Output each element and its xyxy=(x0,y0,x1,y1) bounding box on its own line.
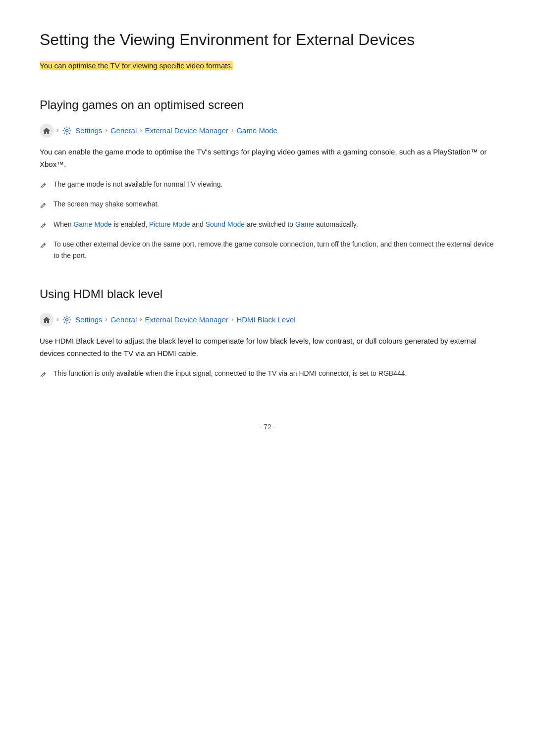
nav-settings-label[interactable]: Settings xyxy=(75,125,102,137)
section1-body: You can enable the game mode to optimise… xyxy=(40,146,495,171)
section1-bullet-list: The game mode is not available for norma… xyxy=(40,179,495,261)
nav-game-mode-label[interactable]: Game Mode xyxy=(236,125,277,137)
nav-external-device-manager-label-2[interactable]: External Device Manager xyxy=(145,314,228,326)
section2-body: Use HDMI Black Level to adjust the black… xyxy=(40,335,495,360)
bullet-text-1: The game mode is not available for norma… xyxy=(54,179,222,190)
pencil-icon-3 xyxy=(40,220,47,233)
inline-picture-mode: Picture Mode xyxy=(149,220,190,228)
pencil-icon-4 xyxy=(40,240,47,253)
svg-point-1 xyxy=(66,318,68,321)
settings-icon-2 xyxy=(61,314,72,325)
pencil-icon-1 xyxy=(40,180,47,193)
chevron-icon-6: › xyxy=(106,314,107,325)
subtitle-highlight: You can optimise the TV for viewing spec… xyxy=(40,61,233,70)
nav-general-label[interactable]: General xyxy=(110,125,137,137)
chevron-icon-1: › xyxy=(56,125,58,136)
section2-nav-path: › Settings › General › External Device M… xyxy=(40,313,495,327)
svg-point-0 xyxy=(66,129,68,132)
bullet-text-4: To use other external device on the same… xyxy=(54,239,495,261)
bullet-text-3: When Game Mode is enabled, Picture Mode … xyxy=(54,219,358,230)
bullet-text-2: The screen may shake somewhat. xyxy=(54,199,159,209)
section2-bullet-text-1: This function is only available when the… xyxy=(54,368,407,379)
page-number: - 72 - xyxy=(40,421,495,432)
chevron-icon-3: › xyxy=(140,125,142,136)
page-title: Setting the Viewing Environment for Exte… xyxy=(40,30,495,50)
bullet-item-1: The game mode is not available for norma… xyxy=(40,179,495,193)
chevron-icon-8: › xyxy=(231,314,233,325)
nav-hdmi-black-level-label[interactable]: HDMI Black Level xyxy=(236,314,295,326)
settings-icon-1 xyxy=(61,125,72,136)
section2-title: Using HDMI black level xyxy=(40,285,495,303)
nav-settings-label-2[interactable]: Settings xyxy=(75,314,102,326)
pencil-icon-5 xyxy=(40,369,47,382)
chevron-icon-2: › xyxy=(106,125,107,136)
inline-game-mode: Game Mode xyxy=(73,220,111,228)
section2-bullet-list: This function is only available when the… xyxy=(40,368,495,382)
home-icon xyxy=(40,124,54,138)
inline-sound-mode: Sound Mode xyxy=(206,220,245,228)
pencil-icon-2 xyxy=(40,200,47,213)
home-icon-2 xyxy=(40,313,54,327)
bullet-item-2: The screen may shake somewhat. xyxy=(40,199,495,213)
nav-external-device-manager-label-1[interactable]: External Device Manager xyxy=(145,125,228,137)
section2-bullet-item-1: This function is only available when the… xyxy=(40,368,495,382)
nav-general-label-2[interactable]: General xyxy=(110,314,137,326)
inline-game: Game xyxy=(295,220,314,228)
page-subtitle: You can optimise the TV for viewing spec… xyxy=(40,59,495,72)
section1-nav-path: › Settings › General › External Device M… xyxy=(40,124,495,138)
chevron-icon-7: › xyxy=(140,314,142,325)
section1-title: Playing games on an optimised screen xyxy=(40,96,495,114)
chevron-icon-4: › xyxy=(231,125,233,136)
section-playing-games: Playing games on an optimised screen › S… xyxy=(40,96,495,261)
chevron-icon-5: › xyxy=(56,314,58,325)
section-hdmi-black-level: Using HDMI black level › Settings › Gene… xyxy=(40,285,495,382)
bullet-item-3: When Game Mode is enabled, Picture Mode … xyxy=(40,219,495,233)
bullet-item-4: To use other external device on the same… xyxy=(40,239,495,261)
